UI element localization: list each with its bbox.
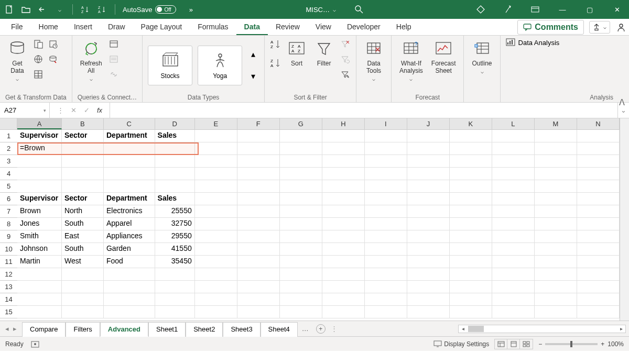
cell-N15[interactable] [577,306,620,318]
cell-H6[interactable] [322,193,365,205]
col-header-G[interactable]: G [280,118,322,129]
cell-A13[interactable] [17,281,62,293]
cell-B4[interactable] [62,168,104,180]
maximize-button[interactable]: ▢ [582,2,598,17]
cell-F9[interactable] [237,230,280,243]
cell-N13[interactable] [577,281,620,293]
row-header-13[interactable]: 13 [0,281,17,293]
name-box[interactable]: A27 [0,103,50,118]
cell-D4[interactable] [155,168,195,180]
refresh-all-button[interactable]: Refresh All [78,38,105,83]
cell-E4[interactable] [195,168,237,180]
cell-J1[interactable] [407,130,450,142]
outline-button[interactable]: + Outline [469,38,494,75]
cell-H13[interactable] [322,281,365,293]
tab-review[interactable]: Review [268,19,308,35]
collapse-ribbon-icon[interactable]: ᐱ [619,97,625,107]
select-all-corner[interactable] [0,118,17,130]
cell-N11[interactable] [577,256,620,268]
row-header-9[interactable]: 9 [0,230,17,243]
cell-B5[interactable] [62,180,104,193]
what-if-button[interactable]: ? What-If Analysis [397,38,426,83]
cell-E11[interactable] [195,256,237,268]
cell-B7[interactable]: North [62,205,104,218]
data-types-next-icon[interactable]: ▾ [247,71,259,82]
formula-input[interactable] [110,103,617,118]
cell-N14[interactable] [577,293,620,306]
account-icon[interactable] [616,23,626,32]
cell-C9[interactable]: Appliances [104,230,155,243]
cell-F8[interactable] [237,218,280,230]
col-header-B[interactable]: B [62,118,104,129]
row-header-6[interactable]: 6 [0,193,17,205]
cell-D12[interactable] [155,268,195,281]
cell-D13[interactable] [155,281,195,293]
col-header-A[interactable]: A [17,118,62,129]
cell-K4[interactable] [450,168,492,180]
cell-H3[interactable] [322,155,365,168]
cell-J13[interactable] [407,281,450,293]
from-table-icon[interactable] [32,69,44,80]
reapply-filter-icon[interactable] [339,53,351,65]
cell-E14[interactable] [195,293,237,306]
new-file-icon[interactable] [4,4,15,15]
cell-D6[interactable]: Sales [155,193,195,205]
row-header-2[interactable]: 2 [0,142,17,155]
ribbon-display-icon[interactable] [527,2,543,17]
page-layout-view-button[interactable] [507,339,520,349]
cell-M5[interactable] [535,180,577,193]
sort-desc-icon[interactable]: ZA [97,4,107,15]
row-header-8[interactable]: 8 [0,218,17,230]
cell-B12[interactable] [62,268,104,281]
cell-A4[interactable] [17,168,62,180]
cell-B3[interactable] [62,155,104,168]
row-header-5[interactable]: 5 [0,180,17,193]
cell-B2[interactable] [62,142,104,155]
tab-draw[interactable]: Draw [100,19,133,35]
cell-L5[interactable] [492,180,535,193]
normal-view-button[interactable] [495,339,507,349]
cell-F1[interactable] [237,130,280,142]
cell-A10[interactable]: Johnson [17,243,62,256]
cell-C8[interactable]: Apparel [104,218,155,230]
cell-E12[interactable] [195,268,237,281]
sheet-tab-sheet2[interactable]: Sheet2 [186,322,223,337]
cell-B10[interactable]: South [62,243,104,256]
col-header-D[interactable]: D [155,118,195,129]
cell-B1[interactable]: Sector [62,130,104,142]
cell-F7[interactable] [237,205,280,218]
cell-N3[interactable] [577,155,620,168]
cell-H1[interactable] [322,130,365,142]
cell-H10[interactable] [322,243,365,256]
sheet-tab-sheet1[interactable]: Sheet1 [148,322,186,337]
cell-E13[interactable] [195,281,237,293]
sort-button[interactable]: ZAAZ Sort [285,38,309,68]
cell-K2[interactable] [450,142,492,155]
cell-K1[interactable] [450,130,492,142]
row-header-11[interactable]: 11 [0,256,17,268]
cell-D9[interactable]: 29550 [155,230,195,243]
cell-C7[interactable]: Electronics [104,205,155,218]
cell-N9[interactable] [577,230,620,243]
cell-D7[interactable]: 25550 [155,205,195,218]
close-button[interactable]: ✕ [609,2,625,17]
filter-button[interactable]: Filter [312,38,336,68]
cell-C10[interactable]: Garden [104,243,155,256]
cell-N6[interactable] [577,193,620,205]
cell-I7[interactable] [365,205,407,218]
document-title[interactable]: MISC…⌵ [306,6,336,14]
cell-I1[interactable] [365,130,407,142]
tab-file[interactable]: File [3,19,31,35]
cell-N8[interactable] [577,218,620,230]
cell-L8[interactable] [492,218,535,230]
cell-K5[interactable] [450,180,492,193]
cell-H15[interactable] [322,306,365,318]
cell-D5[interactable] [155,180,195,193]
cell-B15[interactable] [62,306,104,318]
cell-K12[interactable] [450,268,492,281]
cell-D1[interactable]: Sales [155,130,195,142]
cell-C14[interactable] [104,293,155,306]
tab-data[interactable]: Data [236,19,268,35]
cell-G10[interactable] [280,243,322,256]
cell-G6[interactable] [280,193,322,205]
